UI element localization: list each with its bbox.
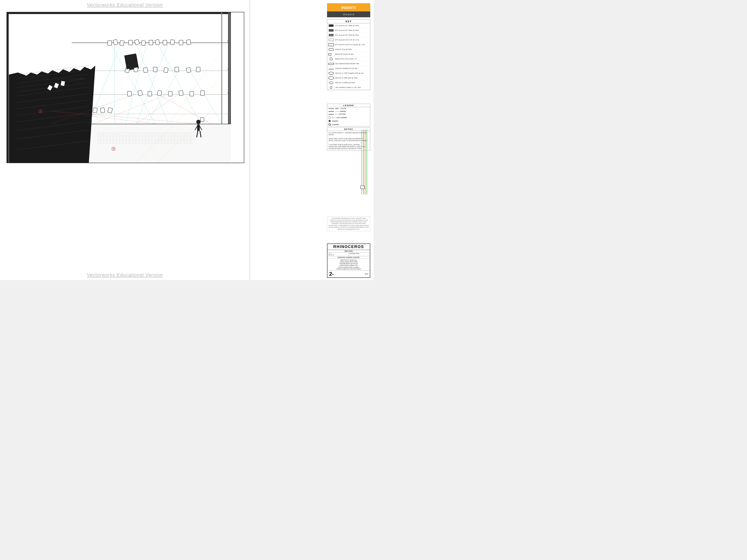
sheet-number-row: 2- of 3 (328, 270, 370, 277)
svg-rect-154 (54, 83, 59, 88)
svg-point-174 (329, 72, 334, 75)
height-label-2: 20' (227, 69, 229, 70)
svg-rect-147 (190, 91, 194, 96)
svg-point-175 (329, 77, 334, 80)
svg-rect-155 (60, 81, 65, 86)
legend-barrel: ——— BARREL (327, 110, 370, 113)
svg-point-172 (330, 58, 332, 60)
legend-dot-dimmer (329, 120, 331, 122)
legend-label-pattern: ✕ — PATTERN (335, 113, 346, 115)
revised-date: REVISED: 04/03 (350, 253, 369, 254)
key-label-8: Wybron G20 Color Fusion 7.0" (335, 58, 357, 60)
svg-rect-150 (100, 108, 105, 113)
svg-rect-182 (361, 186, 364, 189)
key-icon-7 (328, 53, 334, 56)
venue-cell: RAYMOND HODDER THEATRE (328, 256, 370, 259)
svg-point-162 (39, 109, 42, 113)
legend-title: LEGEND (327, 104, 370, 107)
cable-wires (359, 130, 370, 194)
pipe-label: PIPE (80, 77, 84, 79)
svg-rect-141 (128, 91, 131, 96)
svg-rect-146 (179, 90, 183, 96)
svg-rect-122 (113, 39, 118, 45)
credits-cell: DIRECTOR: DR. JESSE HALE SCENIC DESIGN: … (328, 259, 370, 271)
vcu-arts-text: vcuarts (341, 5, 356, 10)
right-panel: vcuarts theatre KEY ETC Source4 19° 750W… (250, 0, 374, 280)
key-label-1: ETC Source4 19° 750W @ 750w (335, 25, 359, 27)
stage-floor (72, 124, 231, 163)
svg-rect-148 (201, 91, 204, 96)
key-item-13: Vari*Lite VLXWash @ 940w (327, 80, 370, 85)
key-label-10: Chauvet ColorBand Pix @ 36w (335, 68, 358, 69)
svg-line-0 (17, 66, 89, 75)
key-item-4: ETC Source4 LECO 26° @ 171w (327, 37, 370, 42)
sheet-number: 2- (329, 271, 334, 277)
credit-technical: TECHNICAL DIRECTOR: PRESTON SPENCE (328, 268, 369, 270)
fixtures-row4 (93, 108, 204, 122)
svg-point-156 (196, 120, 201, 124)
legend-line-pattern (329, 114, 334, 114)
svg-line-114 (50, 94, 136, 124)
svg-rect-136 (153, 67, 157, 72)
credit-director: DIRECTOR: DR. JESSE HALE (328, 259, 369, 261)
ceiling-line-1 (72, 43, 230, 43)
key-icon-11 (328, 72, 334, 75)
fixtures-left (47, 81, 65, 91)
key-item-8: Wybron G20 Color Fusion 7.0" (327, 57, 370, 61)
height-label-4: 0' (228, 113, 229, 114)
svg-rect-138 (175, 67, 179, 72)
drawing-area: Vectorworks Educational Version Vectorwo… (0, 0, 250, 280)
key-item-5: ETC Source4 LECO 0.5 Cyc/par @ 171w (327, 42, 370, 47)
watermark-bottom: Vectorworks Educational Version (87, 272, 163, 278)
ceiling-line-2 (72, 71, 230, 71)
theatre-section-drawing: PIPE -80'-0" -70'-0" -60'-0" -50'-0" -40… (6, 12, 244, 163)
svg-rect-135 (143, 68, 148, 73)
svg-line-1 (17, 70, 89, 79)
disclaimer-text: THIS DRAWING REPRESENTS VISUAL CONCEPTS … (327, 216, 370, 231)
light-beams-red (50, 94, 211, 124)
key-item-10: Chauvet ColorBand Pix @ 36w (327, 66, 370, 71)
legend-label-color: NNN — COLOR (335, 108, 346, 109)
credit-lighting: LIGHTING DESIGN: BRAD CALDWELL (328, 266, 369, 268)
key-item-6: Strand 6" Fres @ 750w (327, 47, 370, 52)
svg-line-6 (17, 94, 89, 103)
svg-rect-142 (138, 90, 143, 96)
svg-rect-140 (196, 67, 200, 72)
section-label: SECTION (328, 250, 370, 252)
key-icon-13 (328, 81, 334, 84)
svg-point-177 (330, 86, 332, 88)
legend-label-barrel: ——— BARREL (335, 111, 346, 112)
top-wall (7, 12, 231, 14)
scale-value: 1/2"=1'-0" (328, 254, 347, 256)
svg-line-7 (17, 100, 89, 109)
svg-line-112 (50, 111, 158, 124)
key-item-9: City Theatrical Beam Bender 36w (327, 61, 370, 66)
key-label-12: Vari*Lite VL 2500 Spot @ 750w (335, 77, 358, 79)
key-label-9: City Theatrical Beam Bender 36w (335, 63, 359, 64)
svg-line-117 (136, 94, 179, 124)
legend-pattern: ✕ — PATTERN (327, 113, 370, 116)
scale-cell: SCALE 1/2"=1'-0" (328, 252, 349, 256)
key-label-6: Strand 6" Fres @ 750w (335, 48, 352, 50)
left-wall (7, 12, 9, 163)
legend-label-channel: CHANNEL (332, 124, 339, 125)
svg-line-5 (17, 87, 89, 96)
vcu-header: vcuarts theatre (327, 3, 370, 17)
light-beams-cyan (89, 44, 222, 124)
legend-color: NNN — COLOR (327, 107, 370, 110)
svg-rect-123 (120, 41, 124, 46)
key-label-14: Leko Solutions Unique 2.1 @ 1.3kw (335, 86, 361, 88)
legend-channel: CHANNEL (327, 123, 370, 126)
svg-rect-151 (108, 108, 112, 113)
svg-line-109 (136, 44, 169, 124)
svg-line-3 (17, 78, 89, 87)
key-title: KEY (327, 20, 370, 23)
key-icon-4 (328, 38, 334, 42)
svg-rect-170 (329, 48, 333, 51)
fixtures-row3 (128, 90, 204, 96)
svg-rect-144 (157, 90, 162, 96)
svg-line-9 (17, 113, 89, 122)
svg-line-105 (89, 44, 121, 124)
legend-dimmer: DIMMER (327, 119, 370, 123)
svg-line-115 (158, 94, 211, 124)
